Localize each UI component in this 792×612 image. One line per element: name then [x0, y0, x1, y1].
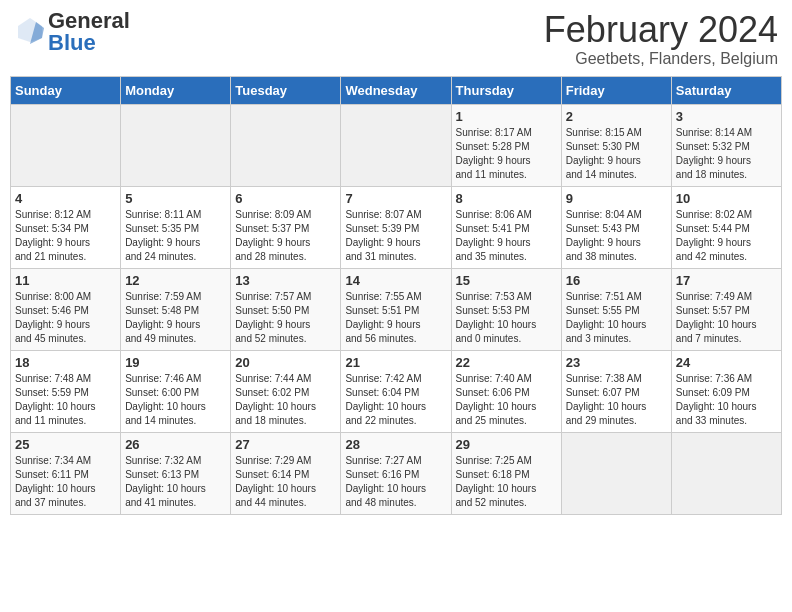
calendar-cell: 12Sunrise: 7:59 AM Sunset: 5:48 PM Dayli… — [121, 268, 231, 350]
day-info: Sunrise: 7:46 AM Sunset: 6:00 PM Dayligh… — [125, 372, 226, 428]
logo: General Blue — [14, 10, 130, 54]
day-number: 4 — [15, 191, 116, 206]
calendar-cell: 5Sunrise: 8:11 AM Sunset: 5:35 PM Daylig… — [121, 186, 231, 268]
day-number: 22 — [456, 355, 557, 370]
calendar-cell — [671, 432, 781, 514]
day-number: 10 — [676, 191, 777, 206]
day-number: 23 — [566, 355, 667, 370]
calendar-cell: 8Sunrise: 8:06 AM Sunset: 5:41 PM Daylig… — [451, 186, 561, 268]
day-info: Sunrise: 7:51 AM Sunset: 5:55 PM Dayligh… — [566, 290, 667, 346]
day-info: Sunrise: 8:02 AM Sunset: 5:44 PM Dayligh… — [676, 208, 777, 264]
day-info: Sunrise: 7:59 AM Sunset: 5:48 PM Dayligh… — [125, 290, 226, 346]
day-number: 8 — [456, 191, 557, 206]
day-number: 28 — [345, 437, 446, 452]
day-info: Sunrise: 8:15 AM Sunset: 5:30 PM Dayligh… — [566, 126, 667, 182]
weekday-header-cell: Saturday — [671, 76, 781, 104]
day-number: 27 — [235, 437, 336, 452]
calendar-week-row: 4Sunrise: 8:12 AM Sunset: 5:34 PM Daylig… — [11, 186, 782, 268]
day-number: 3 — [676, 109, 777, 124]
day-number: 24 — [676, 355, 777, 370]
day-number: 7 — [345, 191, 446, 206]
day-info: Sunrise: 7:34 AM Sunset: 6:11 PM Dayligh… — [15, 454, 116, 510]
calendar-cell: 17Sunrise: 7:49 AM Sunset: 5:57 PM Dayli… — [671, 268, 781, 350]
day-info: Sunrise: 8:04 AM Sunset: 5:43 PM Dayligh… — [566, 208, 667, 264]
calendar-cell: 18Sunrise: 7:48 AM Sunset: 5:59 PM Dayli… — [11, 350, 121, 432]
weekday-header-cell: Monday — [121, 76, 231, 104]
calendar-cell — [231, 104, 341, 186]
day-number: 19 — [125, 355, 226, 370]
day-info: Sunrise: 8:00 AM Sunset: 5:46 PM Dayligh… — [15, 290, 116, 346]
day-number: 12 — [125, 273, 226, 288]
day-info: Sunrise: 7:42 AM Sunset: 6:04 PM Dayligh… — [345, 372, 446, 428]
location-title: Geetbets, Flanders, Belgium — [544, 50, 778, 68]
day-number: 20 — [235, 355, 336, 370]
calendar-cell — [341, 104, 451, 186]
day-number: 25 — [15, 437, 116, 452]
calendar-cell: 19Sunrise: 7:46 AM Sunset: 6:00 PM Dayli… — [121, 350, 231, 432]
day-info: Sunrise: 8:06 AM Sunset: 5:41 PM Dayligh… — [456, 208, 557, 264]
day-info: Sunrise: 8:14 AM Sunset: 5:32 PM Dayligh… — [676, 126, 777, 182]
logo-blue-text: Blue — [48, 30, 96, 55]
calendar-cell: 28Sunrise: 7:27 AM Sunset: 6:16 PM Dayli… — [341, 432, 451, 514]
day-number: 14 — [345, 273, 446, 288]
calendar-cell: 23Sunrise: 7:38 AM Sunset: 6:07 PM Dayli… — [561, 350, 671, 432]
calendar-cell: 22Sunrise: 7:40 AM Sunset: 6:06 PM Dayli… — [451, 350, 561, 432]
day-info: Sunrise: 7:44 AM Sunset: 6:02 PM Dayligh… — [235, 372, 336, 428]
weekday-header-cell: Friday — [561, 76, 671, 104]
day-info: Sunrise: 8:17 AM Sunset: 5:28 PM Dayligh… — [456, 126, 557, 182]
calendar-cell: 13Sunrise: 7:57 AM Sunset: 5:50 PM Dayli… — [231, 268, 341, 350]
calendar-cell: 10Sunrise: 8:02 AM Sunset: 5:44 PM Dayli… — [671, 186, 781, 268]
day-info: Sunrise: 7:40 AM Sunset: 6:06 PM Dayligh… — [456, 372, 557, 428]
day-number: 13 — [235, 273, 336, 288]
calendar-cell: 24Sunrise: 7:36 AM Sunset: 6:09 PM Dayli… — [671, 350, 781, 432]
calendar-table: SundayMondayTuesdayWednesdayThursdayFrid… — [10, 76, 782, 515]
day-number: 1 — [456, 109, 557, 124]
day-number: 18 — [15, 355, 116, 370]
day-info: Sunrise: 8:12 AM Sunset: 5:34 PM Dayligh… — [15, 208, 116, 264]
calendar-cell — [121, 104, 231, 186]
day-number: 9 — [566, 191, 667, 206]
day-info: Sunrise: 7:53 AM Sunset: 5:53 PM Dayligh… — [456, 290, 557, 346]
day-info: Sunrise: 7:36 AM Sunset: 6:09 PM Dayligh… — [676, 372, 777, 428]
calendar-week-row: 25Sunrise: 7:34 AM Sunset: 6:11 PM Dayli… — [11, 432, 782, 514]
header: General Blue February 2024 Geetbets, Fla… — [10, 10, 782, 68]
day-number: 26 — [125, 437, 226, 452]
day-info: Sunrise: 7:27 AM Sunset: 6:16 PM Dayligh… — [345, 454, 446, 510]
calendar-cell: 9Sunrise: 8:04 AM Sunset: 5:43 PM Daylig… — [561, 186, 671, 268]
day-number: 2 — [566, 109, 667, 124]
logo-icon — [14, 14, 46, 50]
calendar-cell: 15Sunrise: 7:53 AM Sunset: 5:53 PM Dayli… — [451, 268, 561, 350]
day-info: Sunrise: 7:55 AM Sunset: 5:51 PM Dayligh… — [345, 290, 446, 346]
calendar-cell: 25Sunrise: 7:34 AM Sunset: 6:11 PM Dayli… — [11, 432, 121, 514]
calendar-cell: 6Sunrise: 8:09 AM Sunset: 5:37 PM Daylig… — [231, 186, 341, 268]
month-title: February 2024 — [544, 10, 778, 50]
day-number: 15 — [456, 273, 557, 288]
day-info: Sunrise: 7:48 AM Sunset: 5:59 PM Dayligh… — [15, 372, 116, 428]
title-area: February 2024 Geetbets, Flanders, Belgiu… — [544, 10, 778, 68]
weekday-header-cell: Tuesday — [231, 76, 341, 104]
day-info: Sunrise: 7:32 AM Sunset: 6:13 PM Dayligh… — [125, 454, 226, 510]
calendar-cell: 14Sunrise: 7:55 AM Sunset: 5:51 PM Dayli… — [341, 268, 451, 350]
day-info: Sunrise: 8:11 AM Sunset: 5:35 PM Dayligh… — [125, 208, 226, 264]
day-info: Sunrise: 7:25 AM Sunset: 6:18 PM Dayligh… — [456, 454, 557, 510]
calendar-cell: 16Sunrise: 7:51 AM Sunset: 5:55 PM Dayli… — [561, 268, 671, 350]
day-number: 6 — [235, 191, 336, 206]
day-info: Sunrise: 7:38 AM Sunset: 6:07 PM Dayligh… — [566, 372, 667, 428]
calendar-cell: 11Sunrise: 8:00 AM Sunset: 5:46 PM Dayli… — [11, 268, 121, 350]
calendar-week-row: 11Sunrise: 8:00 AM Sunset: 5:46 PM Dayli… — [11, 268, 782, 350]
weekday-header-cell: Wednesday — [341, 76, 451, 104]
day-info: Sunrise: 7:57 AM Sunset: 5:50 PM Dayligh… — [235, 290, 336, 346]
calendar-cell — [561, 432, 671, 514]
weekday-header-cell: Thursday — [451, 76, 561, 104]
calendar-cell: 1Sunrise: 8:17 AM Sunset: 5:28 PM Daylig… — [451, 104, 561, 186]
calendar-cell: 7Sunrise: 8:07 AM Sunset: 5:39 PM Daylig… — [341, 186, 451, 268]
weekday-header-cell: Sunday — [11, 76, 121, 104]
calendar-cell: 26Sunrise: 7:32 AM Sunset: 6:13 PM Dayli… — [121, 432, 231, 514]
calendar-cell: 20Sunrise: 7:44 AM Sunset: 6:02 PM Dayli… — [231, 350, 341, 432]
calendar-cell — [11, 104, 121, 186]
weekday-header-row: SundayMondayTuesdayWednesdayThursdayFrid… — [11, 76, 782, 104]
day-number: 16 — [566, 273, 667, 288]
day-number: 5 — [125, 191, 226, 206]
calendar-cell: 21Sunrise: 7:42 AM Sunset: 6:04 PM Dayli… — [341, 350, 451, 432]
day-number: 21 — [345, 355, 446, 370]
